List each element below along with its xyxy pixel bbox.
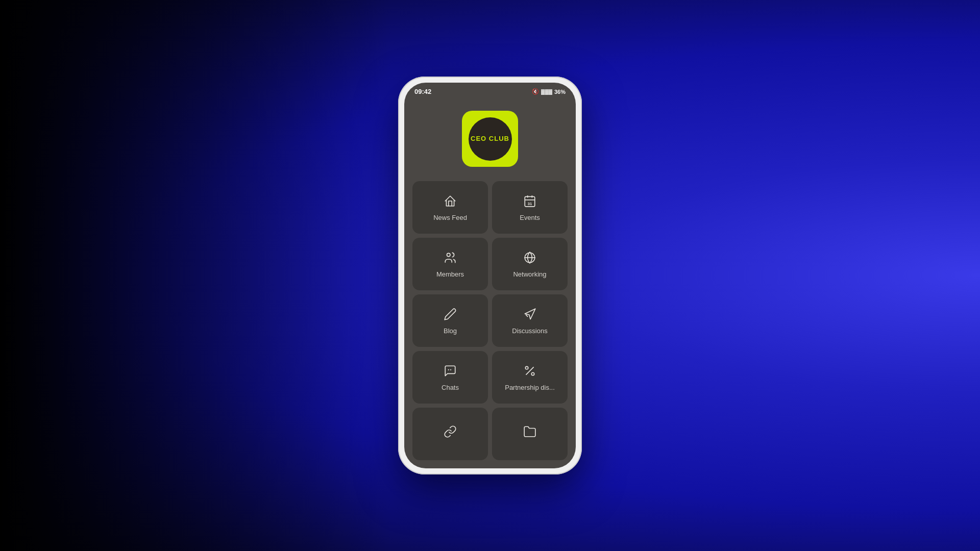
phone-frame: 09:42 🔇 ▓▓▓ 36% CEO CLUB xyxy=(398,77,582,474)
status-right: 🔇 ▓▓▓ 36% xyxy=(532,88,566,95)
percent-icon xyxy=(523,364,536,380)
menu-item-blog[interactable]: Blog xyxy=(412,294,488,347)
menu-item-chats[interactable]: Chats xyxy=(412,351,488,404)
members-label: Members xyxy=(436,270,464,278)
menu-item-folder[interactable] xyxy=(492,408,568,460)
bottom-spacer xyxy=(404,460,576,468)
chat-icon xyxy=(444,364,457,380)
status-bar: 09:42 🔇 ▓▓▓ 36% xyxy=(404,83,576,98)
svg-point-5 xyxy=(447,253,451,257)
menu-item-members[interactable]: Members xyxy=(412,238,488,290)
events-label: Events xyxy=(520,214,540,221)
logo-area: CEO CLUB xyxy=(404,98,576,181)
news-feed-label: News Feed xyxy=(433,214,467,221)
menu-item-news-feed[interactable]: News Feed xyxy=(412,181,488,234)
battery-indicator: 36% xyxy=(554,89,566,95)
people-icon xyxy=(444,251,457,266)
link-icon xyxy=(444,425,457,440)
logo-circle: CEO CLUB xyxy=(469,117,512,161)
blog-label: Blog xyxy=(444,327,457,335)
svg-text:31: 31 xyxy=(528,202,532,206)
calendar-icon: 31 xyxy=(523,194,536,210)
svg-point-10 xyxy=(525,366,528,369)
menu-item-links[interactable] xyxy=(412,408,488,460)
chats-label: Chats xyxy=(442,384,459,391)
folder-icon xyxy=(523,425,536,440)
svg-point-8 xyxy=(450,369,451,370)
svg-line-9 xyxy=(526,367,533,374)
home-icon xyxy=(444,194,457,210)
discussions-label: Discussions xyxy=(512,327,547,335)
logo-box: CEO CLUB xyxy=(462,111,518,167)
pencil-icon xyxy=(444,308,457,323)
status-time: 09:42 xyxy=(414,88,431,95)
megaphone-icon xyxy=(523,308,536,323)
svg-point-7 xyxy=(448,369,449,370)
phone-screen: 09:42 🔇 ▓▓▓ 36% CEO CLUB xyxy=(404,83,576,468)
svg-point-11 xyxy=(531,372,534,375)
menu-item-events[interactable]: 31 Events xyxy=(492,181,568,234)
menu-item-partnership[interactable]: Partnership dis... xyxy=(492,351,568,404)
menu-item-discussions[interactable]: Discussions xyxy=(492,294,568,347)
mute-icon: 🔇 xyxy=(532,88,539,95)
globe-icon xyxy=(523,251,536,266)
signal-icon: ▓▓▓ xyxy=(541,89,552,94)
menu-grid: News Feed 31 Events xyxy=(404,181,576,460)
menu-item-networking[interactable]: Networking xyxy=(492,238,568,290)
logo-text: CEO CLUB xyxy=(471,135,509,143)
networking-label: Networking xyxy=(513,270,546,278)
partnership-label: Partnership dis... xyxy=(505,384,555,391)
